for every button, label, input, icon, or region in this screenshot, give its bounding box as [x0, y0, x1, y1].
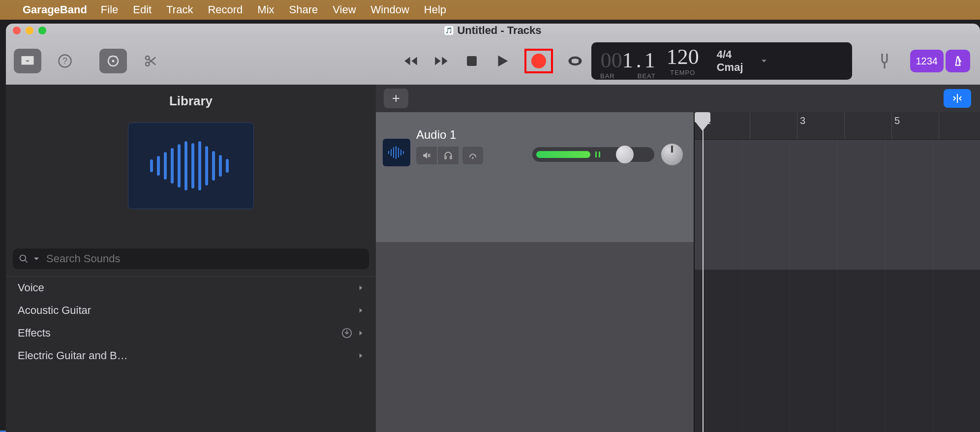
library-category-acoustic-guitar[interactable]: Acoustic Guitar	[6, 299, 376, 322]
tuner-button[interactable]	[873, 49, 896, 73]
lcd-bar-value[interactable]: 1	[622, 50, 633, 71]
rewind-button[interactable]	[402, 53, 419, 69]
track-lane-audio1[interactable]	[695, 140, 980, 270]
svg-point-23	[20, 255, 26, 261]
menu-track[interactable]: Track	[166, 3, 193, 16]
headphones-icon	[443, 151, 453, 160]
menu-window[interactable]: Window	[371, 3, 409, 16]
track-body: Audio 1	[376, 112, 980, 432]
chevron-right-icon	[357, 350, 364, 361]
svg-point-35	[472, 157, 473, 158]
search-icon	[19, 254, 29, 264]
cycle-button[interactable]	[567, 53, 583, 69]
category-label: Acoustic Guitar	[18, 304, 91, 317]
input-button[interactable]	[462, 147, 483, 164]
menu-file[interactable]: File	[101, 3, 118, 16]
svg-point-3	[112, 60, 115, 62]
lcd-key-signature[interactable]: 4/4 Cmaj	[708, 42, 752, 80]
title-bar[interactable]: 🎵 Untitled - Tracks	[6, 24, 980, 37]
menu-view[interactable]: View	[333, 3, 356, 16]
volume-thumb[interactable]	[616, 146, 634, 163]
lcd-timesig[interactable]: 4/4	[717, 48, 732, 61]
scissors-icon	[143, 54, 158, 68]
record-button[interactable]	[531, 54, 546, 68]
library-category-electric-guitar-bass[interactable]: Electric Guitar and B…	[6, 344, 376, 367]
playhead-handle[interactable]	[695, 112, 710, 122]
add-track-button[interactable]: +	[384, 89, 408, 108]
menu-share[interactable]: Share	[289, 3, 318, 16]
document-icon: 🎵	[444, 26, 453, 35]
menu-record[interactable]: Record	[208, 3, 243, 16]
playhead-triangle-icon[interactable]	[695, 121, 710, 131]
main-area: Library	[6, 85, 980, 432]
svg-rect-10	[467, 56, 477, 66]
play-button[interactable]	[494, 53, 511, 69]
ruler-mark-5: 5	[894, 115, 900, 126]
lcd-mode-dropdown[interactable]	[752, 42, 776, 80]
chevron-right-icon	[357, 328, 364, 339]
lcd-display[interactable]: 00 1 . 1 BAR BEAT 120 TEMPO 4/4 Cmaj	[591, 42, 852, 80]
lcd-tempo-value[interactable]: 120	[667, 46, 699, 68]
arrange-area[interactable]: 1 3 5	[695, 112, 980, 432]
mute-button[interactable]	[416, 147, 437, 164]
mute-icon	[422, 151, 431, 160]
library-toggle-button[interactable]	[14, 49, 41, 73]
arrange-lanes[interactable]	[695, 140, 980, 432]
smart-controls-button[interactable]	[99, 49, 127, 73]
stop-button[interactable]	[463, 53, 480, 69]
tuning-fork-icon	[875, 51, 894, 71]
editors-button[interactable]	[137, 49, 164, 73]
track-name[interactable]: Audio 1	[416, 128, 483, 142]
chevron-down-icon	[759, 56, 769, 66]
library-category-list: Voice Acoustic Guitar Effects Electric G…	[6, 276, 376, 367]
lcd-bar-pad: 00	[601, 50, 622, 71]
chevron-right-icon	[357, 282, 364, 293]
track-header-bar: +	[376, 85, 980, 112]
window-title: 🎵 Untitled - Tracks	[444, 24, 541, 37]
category-label: Voice	[18, 281, 44, 294]
library-panel: Library	[6, 85, 376, 432]
inbox-icon	[20, 54, 35, 68]
menu-mix[interactable]: Mix	[257, 3, 274, 16]
svg-line-24	[25, 260, 28, 263]
track-buttons	[416, 147, 483, 164]
input-icon	[468, 151, 478, 160]
chevron-right-icon	[357, 305, 364, 316]
catch-playhead-button[interactable]	[944, 89, 971, 108]
download-circle-icon[interactable]	[341, 328, 352, 339]
lcd-beat-label: BEAT	[638, 72, 656, 80]
window-close-button[interactable]	[13, 27, 21, 34]
dial-icon	[106, 54, 121, 68]
chevron-down-icon[interactable]	[31, 254, 41, 264]
record-button-highlight	[524, 49, 553, 73]
window-zoom-button[interactable]	[38, 27, 46, 34]
tracks-area: + Audio 1	[376, 85, 980, 432]
lcd-beat-value[interactable]: 1	[644, 50, 655, 71]
lcd-tempo-label: TEMPO	[670, 69, 695, 76]
lcd-key[interactable]: Cmaj	[717, 61, 743, 74]
volume-ticks	[595, 152, 600, 157]
library-search[interactable]	[13, 248, 369, 269]
library-search-input[interactable]	[46, 252, 363, 265]
menu-edit[interactable]: Edit	[133, 3, 152, 16]
timeline-ruler[interactable]: 1 3 5	[695, 112, 980, 140]
pan-knob[interactable]	[661, 144, 683, 165]
volume-meter	[536, 151, 590, 158]
playhead-line[interactable]	[703, 112, 704, 432]
snap-playhead-icon	[950, 93, 964, 104]
metronome-icon	[951, 55, 964, 67]
library-category-voice[interactable]: Voice	[6, 277, 376, 299]
metronome-button[interactable]	[946, 50, 970, 72]
quick-help-button[interactable]: ?	[51, 49, 79, 73]
volume-slider[interactable]	[532, 147, 654, 162]
forward-button[interactable]	[433, 53, 450, 69]
window-minimize-button[interactable]	[26, 27, 33, 34]
count-in-button[interactable]: 1234	[910, 50, 944, 72]
track-header-audio1[interactable]: Audio 1	[376, 112, 694, 242]
menu-help[interactable]: Help	[424, 3, 446, 16]
library-category-effects[interactable]: Effects	[6, 322, 376, 344]
monitor-button[interactable]	[438, 147, 459, 164]
arrange-empty[interactable]	[695, 270, 980, 432]
right-toolbar-buttons: 1234	[910, 50, 971, 72]
app-menu[interactable]: GarageBand	[23, 3, 87, 16]
